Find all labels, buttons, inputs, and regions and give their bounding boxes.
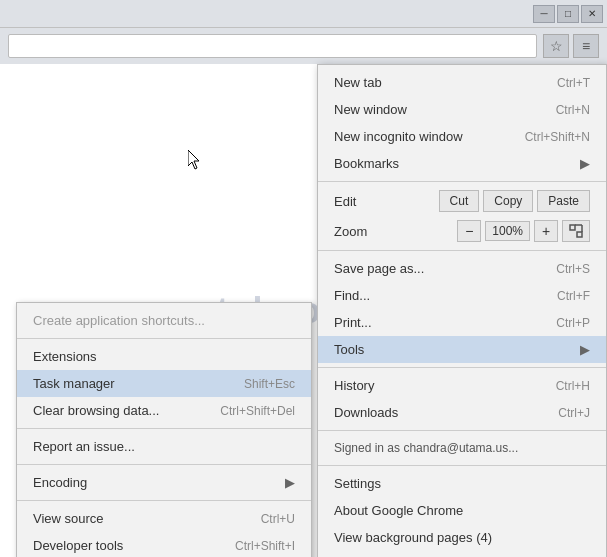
menu-item-save-page[interactable]: Save page as... Ctrl+S (318, 255, 606, 282)
toolbar: ☆ ≡ (0, 28, 607, 64)
menu-item-extensions[interactable]: Extensions (17, 343, 311, 370)
menu-item-encoding[interactable]: Encoding ▶ (17, 469, 311, 496)
tools-submenu: Create application shortcuts... Extensio… (16, 302, 312, 557)
zoom-fullscreen-button[interactable] (562, 220, 590, 242)
minimize-button[interactable]: ─ (533, 5, 555, 23)
mouse-cursor-indicator (188, 150, 202, 170)
menu-item-new-incognito[interactable]: New incognito window Ctrl+Shift+N (318, 123, 606, 150)
menu-item-print[interactable]: Print... Ctrl+P (318, 309, 606, 336)
left-menu-separator-1 (17, 338, 311, 339)
menu-item-help[interactable]: Help (318, 551, 606, 557)
menu-item-view-source[interactable]: View source Ctrl+U (17, 505, 311, 532)
menu-item-tools[interactable]: Tools ▶ (318, 336, 606, 363)
title-bar: ─ □ ✕ (0, 0, 607, 28)
chrome-frame: ─ □ ✕ ☆ ≡ utekno.com Cre (0, 0, 607, 557)
menu-item-bookmarks[interactable]: Bookmarks ▶ (318, 150, 606, 177)
zoom-out-button[interactable]: − (457, 220, 481, 242)
left-menu-separator-2 (17, 428, 311, 429)
menu-item-create-shortcuts[interactable]: Create application shortcuts... (17, 307, 311, 334)
svg-marker-4 (188, 150, 199, 169)
title-bar-buttons: ─ □ ✕ (533, 5, 603, 23)
chrome-menu-icon[interactable]: ≡ (573, 34, 599, 58)
menu-item-clear-browsing[interactable]: Clear browsing data... Ctrl+Shift+Del (17, 397, 311, 424)
left-menu-separator-4 (17, 500, 311, 501)
left-menu-separator-3 (17, 464, 311, 465)
menu-item-task-manager[interactable]: Task manager Shift+Esc (17, 370, 311, 397)
zoom-row: Zoom − 100% + (318, 216, 606, 246)
main-menu-sep-2 (318, 250, 606, 251)
main-menu-sep-5 (318, 465, 606, 466)
menu-item-new-window[interactable]: New window Ctrl+N (318, 96, 606, 123)
main-menu-sep-1 (318, 181, 606, 182)
copy-button[interactable]: Copy (483, 190, 533, 212)
menu-item-view-background[interactable]: View background pages (4) (318, 524, 606, 551)
menu-item-developer-tools[interactable]: Developer tools Ctrl+Shift+I (17, 532, 311, 557)
menu-item-find[interactable]: Find... Ctrl+F (318, 282, 606, 309)
menus-overlay: Create application shortcuts... Extensio… (0, 64, 607, 557)
cut-button[interactable]: Cut (439, 190, 480, 212)
signed-in-text: Signed in as chandra@utama.us... (318, 435, 606, 461)
menu-item-new-tab[interactable]: New tab Ctrl+T (318, 69, 606, 96)
zoom-in-button[interactable]: + (534, 220, 558, 242)
bookmark-star-icon[interactable]: ☆ (543, 34, 569, 58)
omnibar[interactable] (8, 34, 537, 58)
paste-button[interactable]: Paste (537, 190, 590, 212)
chrome-main-menu: New tab Ctrl+T New window Ctrl+N New inc… (317, 64, 607, 557)
zoom-value: 100% (485, 221, 530, 241)
toolbar-icons: ☆ ≡ (543, 34, 599, 58)
menu-item-about[interactable]: About Google Chrome (318, 497, 606, 524)
menu-item-history[interactable]: History Ctrl+H (318, 372, 606, 399)
maximize-button[interactable]: □ (557, 5, 579, 23)
menu-item-downloads[interactable]: Downloads Ctrl+J (318, 399, 606, 426)
svg-rect-1 (577, 232, 582, 237)
edit-row: Edit Cut Copy Paste (318, 186, 606, 216)
main-menu-sep-4 (318, 430, 606, 431)
svg-rect-0 (570, 225, 575, 230)
menu-item-report-issue[interactable]: Report an issue... (17, 433, 311, 460)
menu-item-settings[interactable]: Settings (318, 470, 606, 497)
main-menu-sep-3 (318, 367, 606, 368)
close-button[interactable]: ✕ (581, 5, 603, 23)
